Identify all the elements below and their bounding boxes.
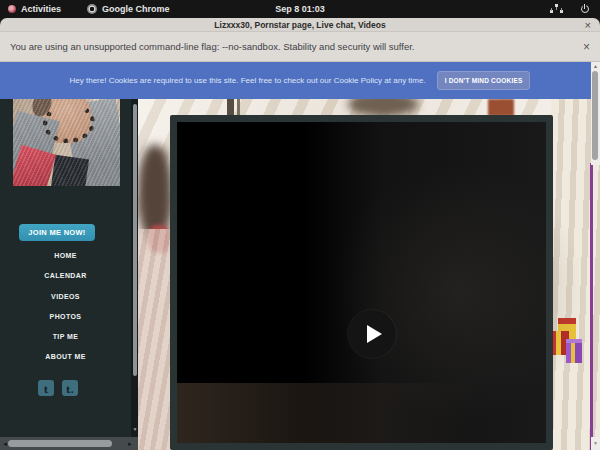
play-icon xyxy=(367,325,382,343)
sidebar-item-calendar[interactable]: CALENDAR xyxy=(0,272,131,279)
cookie-banner: Hey there! Cookies are required to use t… xyxy=(0,62,600,99)
network-icon[interactable] xyxy=(550,4,563,14)
background-wall xyxy=(138,229,174,450)
scroll-up-icon[interactable]: ▲ xyxy=(591,63,600,69)
window-title: Lizxxx30, Pornstar page, Live chat, Vide… xyxy=(214,20,385,30)
join-me-now-button[interactable]: JOIN ME NOW! xyxy=(19,224,95,241)
sidebar: JOIN ME NOW! HOME CALENDAR VIDEOS PHOTOS… xyxy=(0,99,131,437)
infobar: You are using an unsupported command-lin… xyxy=(0,31,600,62)
twitter-icon[interactable]: t xyxy=(38,380,54,396)
power-icon[interactable] xyxy=(579,4,590,15)
close-tab-icon[interactable]: × xyxy=(585,18,591,31)
page-border-accent xyxy=(590,163,593,450)
page-vertical-scrollbar[interactable]: ▲ xyxy=(591,62,600,165)
background-pole xyxy=(237,99,240,116)
background-door-frame xyxy=(488,99,514,116)
sidebar-item-tip-me[interactable]: TIP ME xyxy=(0,333,131,340)
main-content xyxy=(138,99,600,450)
sidebar-horizontal-scrollbar[interactable]: ◄ ► xyxy=(0,437,139,450)
sidebar-item-videos[interactable]: VIDEOS xyxy=(0,293,131,300)
scroll-down-icon[interactable]: ▼ xyxy=(591,437,600,450)
play-button[interactable] xyxy=(348,310,396,358)
infobar-close-icon[interactable]: × xyxy=(583,40,590,54)
desktop-top-bar: Activities Google Chrome Sep 8 01:03 xyxy=(0,0,600,18)
sidebar-item-home[interactable]: HOME xyxy=(0,252,131,259)
profile-photo xyxy=(13,99,120,186)
horizontal-scrollbar-thumb[interactable] xyxy=(8,440,112,447)
infobar-message: You are using an unsupported command-lin… xyxy=(10,41,415,52)
sidebar-item-about-me[interactable]: ABOUT ME xyxy=(0,353,131,360)
twitter-icon[interactable]: t. xyxy=(62,380,78,396)
cookie-message: Hey there! Cookies are required to use t… xyxy=(70,76,426,85)
clock[interactable]: Sep 8 01:03 xyxy=(0,4,600,14)
video-player xyxy=(170,115,553,450)
sidebar-scrollbar-thumb[interactable] xyxy=(133,104,137,376)
scroll-right-icon[interactable]: ► xyxy=(125,441,135,447)
video-frame-warm xyxy=(177,383,477,443)
photo-texture xyxy=(13,99,120,186)
cookie-accept-button[interactable]: I DON'T MIND COOKIES xyxy=(437,71,531,90)
screen: Activities Google Chrome Sep 8 01:03 Liz… xyxy=(0,0,600,450)
window-title-bar[interactable]: Lizxxx30, Pornstar page, Live chat, Vide… xyxy=(0,18,600,31)
system-tray xyxy=(550,0,590,18)
sidebar-item-photos[interactable]: PHOTOS xyxy=(0,313,131,320)
page-scrollbar-thumb[interactable] xyxy=(592,71,598,160)
